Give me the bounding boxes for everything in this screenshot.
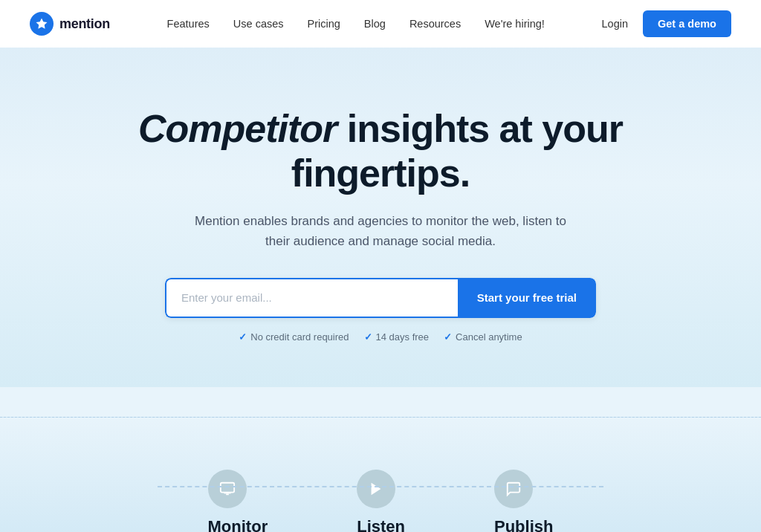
nav-pricing[interactable]: Pricing (308, 18, 340, 30)
feature-listen: Listen (357, 470, 405, 532)
get-demo-button[interactable]: Get a demo (643, 10, 731, 37)
hero-title: Competitor insights at your fingertips. (91, 107, 670, 196)
svg-marker-0 (36, 19, 48, 29)
check-icon-1: ✓ (239, 331, 247, 343)
nav-resources[interactable]: Resources (409, 18, 461, 30)
badge-14-days: ✓ 14 days free (364, 331, 430, 343)
feature-publish-label: Publish (494, 517, 553, 532)
login-link[interactable]: Login (602, 18, 628, 30)
hero-section: Competitor insights at your fingertips. … (0, 48, 761, 387)
trust-badges: ✓ No credit card required ✓ 14 days free… (239, 331, 522, 343)
nav-blog[interactable]: Blog (364, 18, 386, 30)
check-icon-3: ✓ (444, 331, 452, 343)
listen-icon (368, 481, 384, 497)
feature-listen-label: Listen (357, 517, 405, 532)
publish-icon-wrap (494, 470, 533, 508)
badge-no-credit-card: ✓ No credit card required (239, 331, 349, 343)
badge-label-1: No credit card required (250, 331, 349, 343)
publish-icon (505, 481, 522, 497)
features-row: Monitor Listen Publish (0, 447, 761, 532)
navbar-actions: Login Get a demo (602, 10, 731, 37)
nav-features[interactable]: Features (167, 18, 210, 30)
badge-label-2: 14 days free (376, 331, 430, 343)
features-section: Monitor Listen Publish (0, 417, 761, 532)
feature-monitor-label: Monitor (208, 517, 268, 532)
logo-text: mention (59, 16, 110, 32)
logo-icon (30, 12, 54, 36)
dashed-line-divider (158, 486, 603, 487)
svg-rect-1 (220, 483, 233, 493)
svg-rect-3 (226, 493, 229, 495)
logo-link[interactable]: mention (30, 12, 110, 36)
svg-marker-4 (372, 483, 381, 496)
feature-monitor: Monitor (208, 470, 268, 532)
nav-hiring[interactable]: We're hiring! (485, 18, 545, 30)
feature-publish: Publish (494, 470, 553, 532)
check-icon-2: ✓ (364, 331, 372, 343)
email-input[interactable] (165, 278, 458, 318)
start-trial-button[interactable]: Start your free trial (458, 278, 596, 318)
svg-rect-2 (224, 493, 230, 494)
email-form: Start your free trial (165, 278, 596, 318)
navbar: mention Features Use cases Pricing Blog … (0, 0, 761, 48)
monitor-icon (219, 481, 236, 497)
hero-title-rest: insights at your fingertips. (291, 107, 623, 195)
nav-use-cases[interactable]: Use cases (233, 18, 284, 30)
hero-subtitle: Mention enables brands and agencies to m… (187, 211, 574, 251)
listen-icon-wrap (357, 470, 395, 508)
main-nav: Features Use cases Pricing Blog Resource… (167, 17, 545, 30)
badge-label-3: Cancel anytime (456, 331, 522, 343)
features-row-wrapper: Monitor Listen Publish (0, 447, 761, 532)
hero-title-italic: Competitor (138, 107, 337, 150)
badge-cancel-anytime: ✓ Cancel anytime (444, 331, 522, 343)
monitor-icon-wrap (208, 470, 247, 508)
